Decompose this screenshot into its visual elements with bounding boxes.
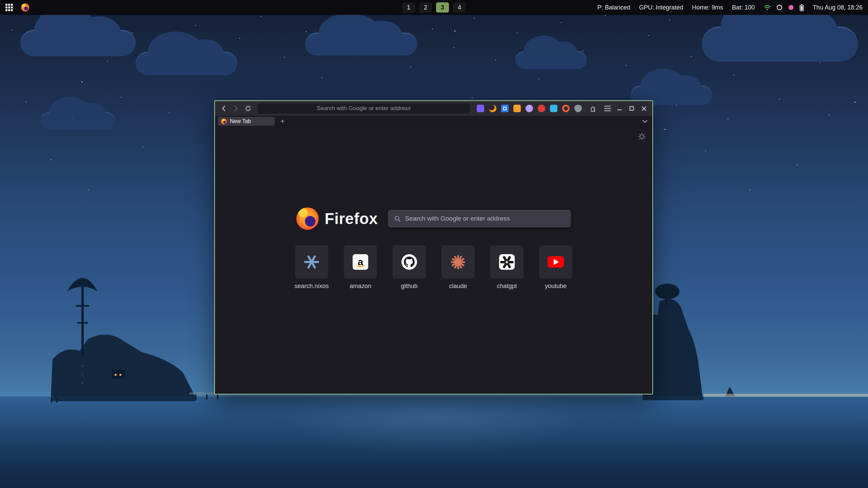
firefox-wordmark: Firefox — [325, 209, 378, 228]
shortcut-claude[interactable]: claude — [438, 245, 478, 290]
firefox-launcher-icon[interactable] — [21, 3, 29, 12]
extension-toolbar — [477, 105, 582, 112]
shortcut-label: search.nixos — [291, 283, 332, 290]
list-all-tabs-chevron-icon[interactable] — [640, 117, 650, 126]
newtab-page: Firefox search.nixos — [215, 127, 652, 394]
tab-strip: New Tab + — [215, 116, 652, 127]
nixos-snowflake-icon — [304, 254, 319, 270]
clock: Thu Aug 08, 18:26 — [813, 4, 863, 11]
shortcut-label: github — [389, 283, 430, 290]
desktop: 1 2 3 4 P: Balanced GPU: Integrated Home… — [0, 0, 868, 488]
close-button[interactable] — [639, 104, 649, 113]
newtab-hero: Firefox — [215, 207, 652, 230]
newtab-search-input[interactable] — [405, 215, 565, 222]
url-bar[interactable] — [258, 103, 470, 114]
workspace-3-active[interactable]: 3 — [436, 2, 449, 13]
new-tab-button[interactable]: + — [278, 117, 287, 126]
firefox-favicon — [221, 119, 227, 124]
openai-knot-icon — [499, 254, 515, 270]
system-tray — [764, 4, 804, 11]
newtab-search-bar[interactable] — [388, 210, 571, 227]
github-octocat-icon — [401, 254, 417, 270]
workspace-2[interactable]: 2 — [419, 2, 432, 13]
workspace-switcher: 1 2 3 4 — [402, 0, 466, 15]
battery-status: Bat: 100 — [732, 4, 755, 11]
shortcut-label: claude — [438, 283, 478, 290]
shortcut-github[interactable]: github — [389, 245, 430, 290]
circle-status-icon[interactable] — [776, 4, 783, 11]
media-icon[interactable] — [788, 4, 794, 11]
extension-icon-9[interactable] — [574, 105, 582, 112]
extensions-puzzle-icon[interactable] — [588, 103, 599, 114]
bar-right-group: P: Balanced GPU: Integrated Home: 9ms Ba… — [597, 4, 863, 11]
battery-icon[interactable] — [800, 4, 804, 11]
amazon-logo-icon: a — [353, 254, 368, 270]
window-controls — [614, 104, 649, 113]
tab-new-tab[interactable]: New Tab — [218, 117, 275, 126]
personalize-gear-icon[interactable] — [637, 132, 646, 142]
extension-icon-6[interactable] — [538, 105, 545, 112]
claude-starburst-icon — [450, 254, 466, 270]
workspace-4[interactable]: 4 — [453, 2, 466, 13]
url-input[interactable] — [258, 105, 470, 112]
youtube-play-icon — [548, 256, 564, 268]
shortcut-chatgpt[interactable]: chatgpt — [487, 245, 527, 290]
cloud — [702, 26, 858, 62]
cloud — [305, 33, 417, 56]
firefox-window: New Tab + Firefox — [214, 100, 653, 394]
browser-toolbar — [215, 101, 652, 116]
minimize-button[interactable] — [614, 104, 625, 113]
extension-icon-2[interactable] — [489, 105, 496, 112]
toolbar-tools — [588, 103, 613, 114]
reload-button[interactable] — [243, 103, 254, 114]
extension-icon-1[interactable] — [477, 105, 484, 112]
shortcut-tiles: search.nixos a amazon github — [215, 245, 652, 290]
workspace-1[interactable]: 1 — [402, 2, 415, 13]
bar-left-group — [5, 3, 29, 12]
shortcut-search-nixos[interactable]: search.nixos — [291, 245, 332, 290]
power-profile-status: P: Balanced — [597, 4, 630, 11]
shortcut-amazon[interactable]: a amazon — [340, 245, 381, 290]
status-bar: 1 2 3 4 P: Balanced GPU: Integrated Home… — [0, 0, 868, 15]
cloud — [136, 52, 237, 75]
extension-icon-8[interactable] — [562, 105, 570, 112]
extension-icon-5[interactable] — [526, 105, 533, 112]
shortcut-label: chatgpt — [487, 283, 527, 290]
cloud — [20, 30, 136, 56]
gpu-status: GPU: Integrated — [639, 4, 683, 11]
tab-title: New Tab — [230, 118, 251, 124]
extension-icon-3[interactable] — [501, 105, 509, 112]
extension-icon-7[interactable] — [550, 105, 557, 112]
firefox-logo — [296, 207, 319, 230]
search-icon — [394, 215, 401, 222]
maximize-button[interactable] — [627, 104, 637, 113]
cloud — [41, 112, 115, 129]
apps-grid-icon[interactable] — [5, 4, 13, 11]
shortcut-label: youtube — [535, 283, 576, 290]
shortcut-label: amazon — [340, 283, 381, 290]
shortcut-youtube[interactable]: youtube — [535, 245, 576, 290]
wifi-icon[interactable] — [764, 5, 771, 10]
cloud — [515, 51, 587, 69]
back-button[interactable] — [218, 103, 229, 114]
extension-icon-4[interactable] — [513, 105, 521, 112]
app-menu-icon[interactable] — [602, 103, 613, 114]
forward-button[interactable] — [231, 103, 241, 114]
home-latency-status: Home: 9ms — [692, 4, 723, 11]
